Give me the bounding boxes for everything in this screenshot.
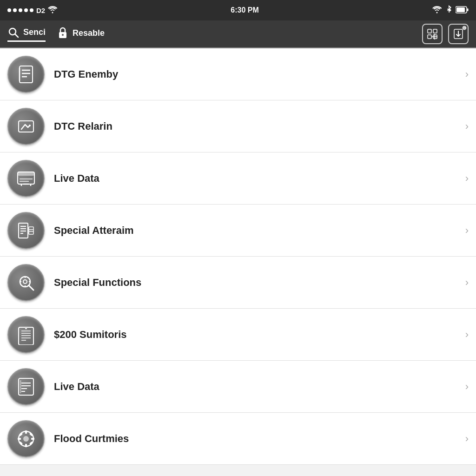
- status-right: [432, 5, 469, 16]
- flood-curtmies-icon: [7, 420, 45, 457]
- svg-line-4: [15, 34, 18, 37]
- svg-rect-44: [19, 327, 33, 345]
- svg-rect-23: [18, 172, 34, 176]
- bluetooth-icon: [445, 5, 452, 16]
- special-functions-icon: [7, 264, 45, 301]
- status-time: 6:30 PM: [231, 6, 258, 14]
- svg-point-21: [29, 125, 31, 126]
- list-item[interactable]: Special Functions ›: [0, 257, 476, 309]
- chevron-icon: ›: [465, 172, 469, 185]
- svg-rect-20: [19, 121, 33, 132]
- chevron-icon: ›: [465, 68, 469, 80]
- live-data-2-icon: [7, 368, 45, 405]
- special-atteraim-icon: [7, 212, 45, 249]
- sumitoris-icon: [7, 316, 45, 353]
- status-bar: D2 6:30 PM: [0, 0, 476, 20]
- wifi-icon: [48, 6, 57, 15]
- chevron-icon: ›: [465, 329, 469, 341]
- carrier-label: D2: [36, 7, 45, 14]
- lock-tab-icon: [57, 27, 69, 39]
- svg-point-58: [23, 436, 29, 442]
- live-data-1-icon: [7, 160, 45, 197]
- list-item[interactable]: Live Data ›: [0, 361, 476, 413]
- svg-point-6: [62, 34, 64, 36]
- wifi-icon-right: [432, 6, 442, 15]
- chevron-icon: ›: [465, 225, 469, 237]
- svg-rect-59: [25, 430, 27, 434]
- svg-rect-7: [428, 29, 431, 33]
- dot-1: [7, 8, 11, 12]
- svg-point-39: [23, 280, 27, 284]
- chevron-icon: ›: [465, 120, 469, 132]
- search-tab-icon: [7, 26, 20, 39]
- dtg-enemby-icon: [7, 56, 45, 93]
- svg-rect-61: [18, 438, 21, 440]
- tab-resable[interactable]: Resable: [57, 27, 105, 41]
- dot-5: [30, 8, 33, 12]
- svg-rect-1: [467, 8, 469, 11]
- tab-senci[interactable]: Senci: [7, 26, 46, 42]
- dtc-relarin-icon: [7, 108, 45, 145]
- svg-rect-34: [29, 227, 33, 234]
- svg-rect-19: [19, 68, 20, 81]
- flood-curtmies-label: Flood Curtmies: [54, 433, 465, 445]
- chevron-icon: ›: [465, 381, 469, 393]
- list-item[interactable]: DTG Enemby ›: [0, 48, 476, 100]
- tab-senci-label: Senci: [23, 27, 46, 37]
- svg-rect-60: [25, 444, 27, 447]
- chevron-icon: ›: [465, 433, 469, 445]
- live-data-1-label: Live Data: [54, 172, 465, 185]
- live-data-2-label: Live Data: [54, 381, 465, 393]
- list-item[interactable]: Flood Curtmies ›: [0, 413, 476, 465]
- nav-bar: Senci Resable: [0, 20, 476, 48]
- svg-line-38: [29, 285, 33, 290]
- dtg-enemby-label: DTG Enemby: [54, 68, 465, 80]
- battery-icon: [456, 6, 469, 15]
- status-left: D2: [7, 6, 57, 15]
- list-item[interactable]: $200 Sumitoris ›: [0, 309, 476, 361]
- svg-rect-15: [20, 66, 33, 83]
- add-expand-button[interactable]: [422, 24, 443, 44]
- download-badge: ©: [462, 26, 467, 30]
- tab-resable-label: Resable: [73, 28, 105, 38]
- svg-rect-62: [31, 438, 34, 440]
- list-item[interactable]: Special Atteraim ›: [0, 205, 476, 257]
- sumitoris-label: $200 Sumitoris: [54, 329, 465, 341]
- menu-list: DTG Enemby › DTC Relarin ›: [0, 48, 476, 476]
- list-item[interactable]: Live Data ›: [0, 152, 476, 205]
- svg-rect-9: [428, 35, 431, 39]
- chevron-icon: ›: [465, 277, 469, 289]
- list-item[interactable]: DTC Relarin ›: [0, 100, 476, 152]
- dot-3: [19, 8, 22, 12]
- special-functions-label: Special Functions: [54, 277, 465, 289]
- dot-4: [24, 8, 28, 12]
- nav-tabs: Senci Resable: [7, 26, 105, 42]
- signal-dots: [7, 8, 33, 12]
- dot-2: [13, 8, 17, 12]
- download-button[interactable]: ©: [448, 24, 469, 44]
- nav-actions: ©: [422, 24, 469, 44]
- dtc-relarin-label: DTC Relarin: [54, 120, 465, 132]
- svg-rect-8: [433, 29, 437, 33]
- special-atteraim-label: Special Atteraim: [54, 225, 465, 237]
- svg-rect-2: [456, 7, 465, 12]
